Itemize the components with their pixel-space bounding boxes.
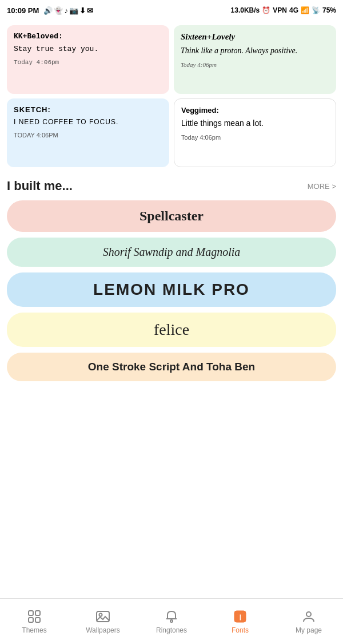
svg-text:T: T <box>237 613 244 622</box>
chat-card-sixteen[interactable]: Sixteen+Lovely Think like a proton. Alwa… <box>174 25 336 94</box>
chat-card-veggimed[interactable]: Veggimed: Little things mean a lot. Toda… <box>174 98 336 167</box>
mypage-icon <box>301 609 316 624</box>
font-item-spellcaster[interactable]: Spellcaster <box>7 200 336 232</box>
svg-rect-2 <box>29 618 33 622</box>
font-item-lemon[interactable]: LEMON MILK PRO <box>7 272 336 307</box>
status-time: 10:09 PM 🔊 👻 ♪ 📷 ⬇ ✉ <box>7 6 93 15</box>
nav-wallpapers[interactable]: Wallpapers <box>69 605 137 639</box>
section-title: I built me... <box>7 179 73 193</box>
wallpapers-icon <box>95 609 110 624</box>
font-label: Shorif Sawndip and Magnolia <box>103 246 241 259</box>
svg-point-9 <box>306 612 311 617</box>
card-sender: SKETCH: <box>14 105 162 114</box>
chat-card-sketch[interactable]: SKETCH: I NEED COFFEE TO FOCUS. TODAY 4:… <box>7 98 169 167</box>
chat-grid: KK+Beloved: Stay true stay you. Today 4:… <box>7 25 336 167</box>
card-sender: Sixteen+Lovely <box>181 32 329 42</box>
ringtones-label: Ringtones <box>156 626 187 634</box>
fonts-icon: T <box>233 609 248 624</box>
network-speed: 13.0KB/s <box>231 6 260 14</box>
svg-rect-3 <box>35 618 40 622</box>
fonts-label: Fonts <box>232 626 249 634</box>
chat-card-kk[interactable]: KK+Beloved: Stay true stay you. Today 4:… <box>7 25 169 94</box>
card-sender: KK+Beloved: <box>14 32 162 41</box>
bottom-nav: Themes Wallpapers Ringtones T <box>0 598 343 644</box>
main-content: KK+Beloved: Stay true stay you. Today 4:… <box>0 21 343 598</box>
nav-fonts[interactable]: T Fonts <box>206 605 274 639</box>
status-indicators: 13.0KB/s ⏰ VPN 4G 📶 📡 75% <box>231 6 336 14</box>
card-message: Little things mean a lot. <box>181 118 329 129</box>
font-item-felice[interactable]: felice <box>7 313 336 347</box>
mypage-label: My page <box>296 626 322 634</box>
card-message: Think like a proton. Always positive. <box>181 45 329 57</box>
battery-text: 75% <box>322 6 336 14</box>
font-label: Spellcaster <box>139 208 204 224</box>
svg-rect-0 <box>29 611 33 615</box>
card-message: Stay true stay you. <box>14 44 162 54</box>
section-more-button[interactable]: MORE > <box>308 182 336 191</box>
time-text: 10:09 PM <box>7 6 39 15</box>
themes-icon <box>27 609 42 624</box>
card-timestamp: TODAY 4:06PM <box>14 132 162 139</box>
font-item-onestroke[interactable]: One Stroke Script And Toha Ben <box>7 353 336 381</box>
font-list: Spellcaster Shorif Sawndip and Magnolia … <box>7 200 336 381</box>
nav-ringtones[interactable]: Ringtones <box>137 605 206 639</box>
card-timestamp: Today 4:06pm <box>181 134 329 141</box>
wallpapers-label: Wallpapers <box>86 626 120 634</box>
font-label: felice <box>154 321 189 339</box>
card-timestamp: Today 4:06pm <box>181 61 329 68</box>
ringtones-icon <box>164 609 179 624</box>
card-sender: Veggimed: <box>181 106 329 114</box>
section-header: I built me... MORE > <box>7 176 336 200</box>
svg-point-6 <box>170 620 173 622</box>
nav-mypage[interactable]: My page <box>274 605 343 639</box>
font-label: One Stroke Script And Toha Ben <box>88 361 255 373</box>
card-timestamp: Today 4:06pm <box>14 59 162 66</box>
themes-label: Themes <box>22 626 46 634</box>
nav-themes[interactable]: Themes <box>0 605 69 639</box>
font-label: LEMON MILK PRO <box>93 280 250 299</box>
status-bar: 10:09 PM 🔊 👻 ♪ 📷 ⬇ ✉ 13.0KB/s ⏰ VPN 4G 📶… <box>0 0 343 21</box>
font-item-shorif[interactable]: Shorif Sawndip and Magnolia <box>7 238 336 267</box>
svg-point-5 <box>99 613 102 616</box>
svg-rect-1 <box>35 611 40 615</box>
card-message: I NEED COFFEE TO FOCUS. <box>14 117 162 127</box>
svg-rect-4 <box>97 611 109 622</box>
